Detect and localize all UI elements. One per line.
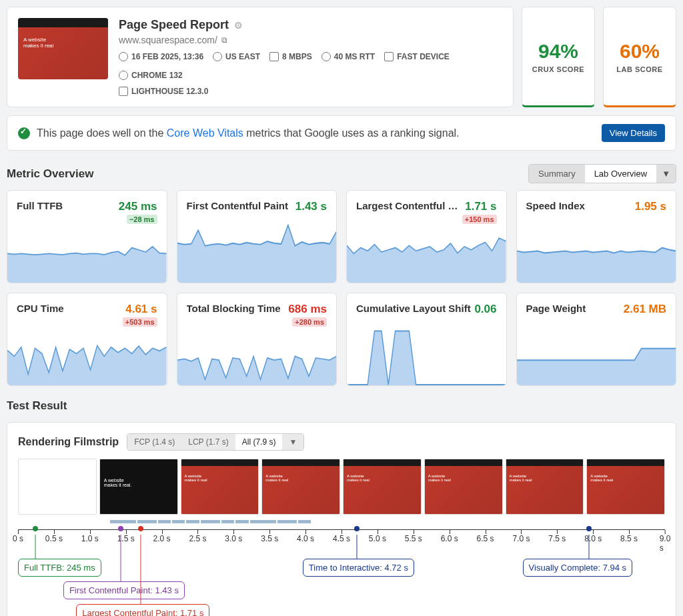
metric-sparkline — [177, 332, 337, 386]
metric-name: Speed Index — [526, 200, 635, 211]
callout-ttfb[interactable]: Full TTFB: 245 ms — [18, 559, 101, 577]
metric-name: Full TTFB — [17, 200, 119, 211]
metric-value: 2.61 MB — [624, 303, 666, 316]
tick: 4.5 s — [333, 534, 350, 543]
tick: 7.0 s — [512, 534, 530, 543]
meta-latency: 40 MS RTT — [321, 52, 375, 61]
metric-value: 245 ms — [119, 200, 157, 213]
metric-overview-title: Metric Overview — [7, 167, 528, 181]
frame-4[interactable] — [343, 459, 422, 515]
report-url-text: www.squarespace.com/ — [119, 35, 217, 45]
report-title-text: Page Speed Report — [119, 18, 229, 32]
metric-card-first-contentful-paint[interactable]: First Contentful Paint 1.43 s — [177, 190, 337, 283]
lab-score-card[interactable]: 60% LAB SCORE — [603, 7, 676, 107]
metric-name: First Contentful Paint — [187, 200, 295, 211]
marker-ttfb — [33, 526, 38, 531]
marker-line-fcp — [121, 535, 121, 581]
metric-sparkline — [177, 219, 337, 283]
filmstrip-tabs: FCP (1.4 s) LCP (1.7 s) All (7.9 s) ▼ — [127, 433, 304, 451]
metric-card-full-ttfb[interactable]: Full TTFB 245 ms −28 ms — [7, 190, 167, 283]
tick: 4.0 s — [297, 534, 314, 543]
metric-sparkline — [517, 219, 676, 283]
marker-line-vc — [588, 535, 589, 559]
report-url[interactable]: www.squarespace.com/ ⧉ — [119, 35, 502, 45]
metric-card-total-blocking-time[interactable]: Total Blocking Time 686 ms +280 ms — [177, 293, 337, 386]
metric-sparkline — [7, 229, 167, 283]
marker-line-tti — [357, 535, 358, 559]
meta-bandwidth: 8 MBPS — [269, 52, 312, 61]
check-icon — [18, 127, 30, 139]
tick: 0 s — [13, 534, 23, 543]
metric-name: Cumulative Layout Shift — [356, 303, 474, 314]
marker-lcp — [138, 526, 143, 531]
lab-score-value: 60% — [620, 40, 660, 63]
core-web-vitals-link[interactable]: Core Web Vitals — [167, 127, 243, 139]
metric-name: Largest Contentful P… — [356, 200, 462, 211]
marker-line-lcp — [141, 535, 141, 604]
tick: 9.0 s — [660, 534, 671, 553]
tick: 1.0 s — [81, 534, 99, 543]
filmtab-dropdown[interactable]: ▼ — [282, 434, 303, 450]
filmtab-all[interactable]: All (7.9 s) — [235, 434, 283, 450]
callout-lcp[interactable]: Largest Contentful Paint: 1.71 s — [76, 604, 209, 616]
metric-name: Total Blocking Time — [187, 303, 289, 314]
frame-6[interactable] — [506, 459, 584, 515]
crux-score-card[interactable]: 94% CRUX SCORE — [522, 7, 595, 107]
tab-summary[interactable]: Summary — [529, 165, 585, 183]
filmtab-lcp[interactable]: LCP (1.7 s) — [181, 434, 235, 450]
metric-card-largest-contentful-p-[interactable]: Largest Contentful P… 1.71 s +150 ms — [346, 190, 507, 283]
metric-value: 1.43 s — [295, 200, 327, 213]
metric-value: 4.61 s — [123, 303, 157, 316]
browser-icon — [119, 71, 128, 80]
tab-dropdown[interactable]: ▼ — [656, 165, 676, 183]
frame-7[interactable] — [586, 459, 665, 515]
view-details-button[interactable]: View Details — [602, 124, 665, 142]
tick: 8.0 s — [584, 534, 602, 543]
marker-fcp — [118, 526, 123, 531]
metric-value: 0.06 — [474, 303, 496, 316]
callout-fcp[interactable]: First Contentful Paint: 1.43 s — [63, 581, 185, 599]
crux-score-label: CRUX SCORE — [532, 65, 584, 73]
frame-2[interactable] — [181, 459, 259, 515]
tick: 1.5 s — [117, 534, 135, 543]
callout-vc[interactable]: Visually Complete: 7.94 s — [523, 559, 632, 577]
vitals-message: This page does well on the Core Web Vita… — [37, 127, 595, 139]
filmtab-fcp[interactable]: FCP (1.4 s) — [127, 434, 181, 450]
lighthouse-icon — [119, 87, 128, 96]
metric-delta: +503 ms — [123, 317, 157, 327]
marker-vc — [586, 526, 592, 531]
meta-lighthouse: LIGHTHOUSE 12.3.0 — [119, 87, 208, 96]
marker-tti — [354, 526, 360, 531]
metric-card-page-weight[interactable]: Page Weight 2.61 MB — [516, 293, 677, 386]
frame-0[interactable] — [18, 459, 97, 515]
gear-icon[interactable]: ⚙ — [234, 20, 243, 31]
metric-card-cumulative-layout-shift[interactable]: Cumulative Layout Shift 0.06 — [346, 293, 507, 386]
tick: 5.0 s — [369, 534, 386, 543]
frame-5[interactable] — [424, 459, 503, 515]
tick: 3.0 s — [225, 534, 242, 543]
page-thumbnail — [18, 18, 108, 79]
tick: 7.5 s — [548, 534, 566, 543]
callout-tti[interactable]: Time to Interactive: 4.72 s — [303, 559, 414, 577]
metric-card-cpu-time[interactable]: CPU Time 4.61 s +503 ms — [7, 293, 167, 386]
core-web-vitals-banner: This page does well on the Core Web Vita… — [7, 115, 676, 151]
meta-region: US EAST — [213, 52, 260, 61]
overview-tabs: Summary Lab Overview ▼ — [528, 164, 676, 183]
report-header: Page Speed Report ⚙ www.squarespace.com/… — [7, 7, 514, 107]
tick: 6.0 s — [441, 534, 458, 543]
device-icon — [384, 52, 394, 61]
timeline-axis: 0 s0.5 s1.0 s1.5 s2.0 s2.5 s3.0 s3.5 s4.… — [18, 529, 665, 556]
frame-3[interactable] — [261, 459, 340, 515]
marker-line-ttfb — [35, 535, 36, 559]
clock-icon — [119, 52, 128, 61]
test-result-title: Test Result — [7, 399, 676, 413]
metric-card-speed-index[interactable]: Speed Index 1.95 s — [516, 190, 677, 283]
frame-1[interactable] — [99, 459, 178, 515]
crux-score-value: 94% — [538, 40, 578, 63]
timeline-callouts: Full TTFB: 245 msTime to Interactive: 4.… — [18, 559, 665, 616]
metric-value: 1.71 s — [462, 200, 497, 213]
tab-lab-overview[interactable]: Lab Overview — [585, 165, 656, 183]
external-link-icon[interactable]: ⧉ — [221, 35, 227, 45]
lab-score-label: LAB SCORE — [616, 65, 662, 73]
latency-icon — [321, 52, 331, 61]
